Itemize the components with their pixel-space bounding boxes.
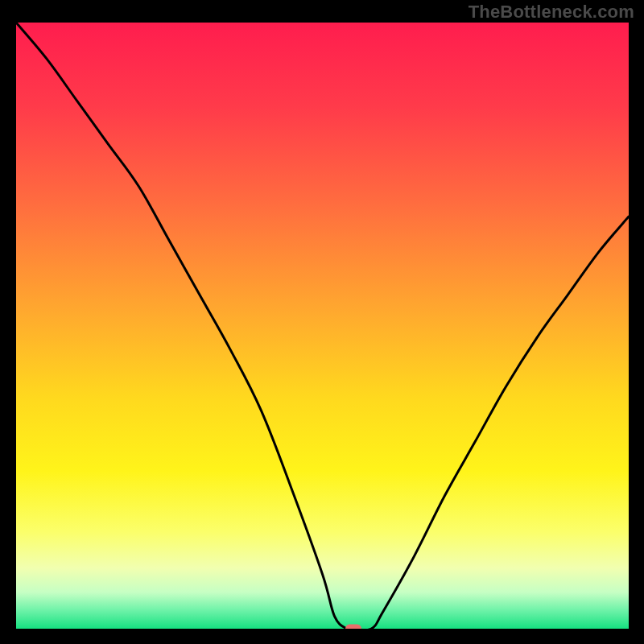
bottleneck-marker: [345, 625, 361, 630]
plot-area: [16, 23, 629, 629]
watermark-text: TheBottleneck.com: [469, 2, 634, 23]
bottleneck-curve: [16, 23, 629, 629]
chart-container: TheBottleneck.com: [0, 0, 644, 644]
